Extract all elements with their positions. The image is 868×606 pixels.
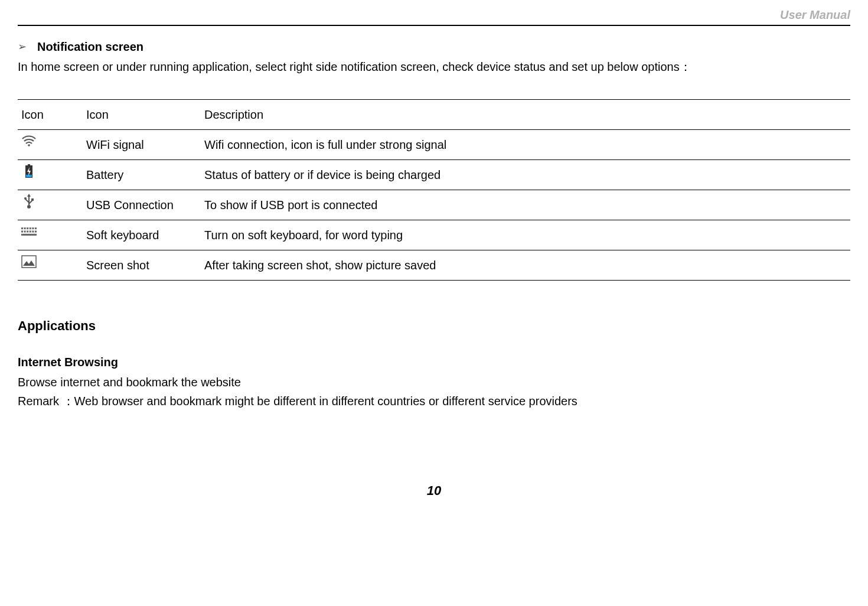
svg-rect-15 bbox=[32, 227, 34, 229]
browsing-line2: Remark ：Web browser and bookmark might b… bbox=[18, 392, 850, 410]
svg-marker-6 bbox=[27, 194, 31, 197]
svg-marker-25 bbox=[23, 260, 35, 266]
row-name: Screen shot bbox=[83, 250, 201, 281]
row-desc: To show if USB port is connected bbox=[201, 190, 850, 220]
row-name: Soft keyboard bbox=[83, 220, 201, 250]
col-header-description: Description bbox=[201, 100, 850, 130]
svg-rect-18 bbox=[24, 230, 26, 232]
table-header-row: Icon Icon Description bbox=[18, 100, 850, 130]
svg-rect-13 bbox=[27, 227, 28, 229]
section-title: Notification screen bbox=[37, 38, 143, 56]
svg-rect-21 bbox=[32, 230, 34, 232]
row-desc: Wifi connection, icon is full under stro… bbox=[201, 130, 850, 160]
top-divider bbox=[18, 25, 850, 26]
row-name: USB Connection bbox=[83, 190, 201, 220]
row-desc: Turn on soft keyboard, for word typing bbox=[201, 220, 850, 250]
svg-rect-23 bbox=[21, 234, 37, 236]
page-number: 10 bbox=[18, 481, 850, 500]
svg-rect-14 bbox=[30, 227, 31, 229]
arrow-icon: ➢ bbox=[18, 39, 27, 55]
svg-rect-1 bbox=[28, 164, 30, 165]
battery-icon bbox=[21, 165, 37, 178]
svg-rect-16 bbox=[35, 227, 37, 229]
row-name: WiFi signal bbox=[83, 130, 201, 160]
table-row: Screen shot After taking screen shot, sh… bbox=[18, 250, 850, 281]
svg-point-8 bbox=[24, 197, 27, 200]
svg-rect-19 bbox=[27, 230, 28, 232]
header-label: User Manual bbox=[18, 6, 850, 24]
svg-rect-17 bbox=[21, 230, 23, 232]
svg-rect-11 bbox=[21, 227, 23, 229]
keyboard-icon bbox=[21, 225, 37, 238]
browsing-line1: Browse internet and bookmark the website bbox=[18, 373, 850, 391]
section-intro: In home screen or under running applicat… bbox=[18, 58, 850, 76]
row-desc: Status of battery or if device is being … bbox=[201, 160, 850, 190]
icon-table: Icon Icon Description WiFi signal Wifi c… bbox=[18, 99, 850, 281]
col-header-icon-2: Icon bbox=[83, 100, 201, 130]
section-bullet: ➢ Notification screen bbox=[18, 38, 850, 56]
table-row: Soft keyboard Turn on soft keyboard, for… bbox=[18, 220, 850, 250]
svg-rect-12 bbox=[24, 227, 26, 229]
table-row: USB Connection To show if USB port is co… bbox=[18, 190, 850, 220]
table-row: Battery Status of battery or if device i… bbox=[18, 160, 850, 190]
screenshot-icon bbox=[21, 255, 37, 268]
usb-icon bbox=[21, 195, 37, 208]
applications-heading: Applications bbox=[18, 316, 850, 335]
wifi-icon bbox=[21, 135, 37, 148]
row-name: Battery bbox=[83, 160, 201, 190]
svg-rect-10 bbox=[31, 198, 34, 201]
col-header-icon-1: Icon bbox=[18, 100, 83, 130]
internet-browsing-heading: Internet Browsing bbox=[18, 353, 850, 371]
svg-rect-22 bbox=[35, 230, 37, 232]
svg-point-0 bbox=[28, 144, 30, 146]
svg-rect-20 bbox=[30, 230, 31, 232]
row-desc: After taking screen shot, show picture s… bbox=[201, 250, 850, 281]
table-row: WiFi signal Wifi connection, icon is ful… bbox=[18, 130, 850, 160]
svg-rect-3 bbox=[26, 175, 32, 177]
